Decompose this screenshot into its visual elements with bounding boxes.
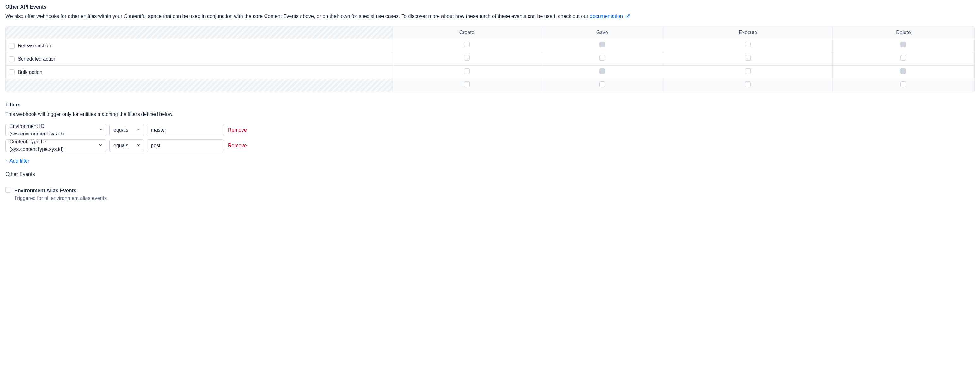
filter-field-select[interactable]: Content Type ID (sys.contentType.sys.id) [5, 139, 107, 152]
column-header-delete: Delete [832, 26, 974, 39]
column-select-checkbox[interactable] [745, 81, 751, 87]
event-checkbox[interactable] [599, 55, 605, 61]
filter-value-input[interactable] [147, 124, 224, 136]
environment-alias-description: Triggered for all environment alias even… [14, 195, 107, 202]
table-cell [832, 53, 974, 66]
event-checkbox[interactable] [464, 42, 470, 47]
event-checkbox[interactable] [900, 55, 906, 61]
event-checkbox[interactable] [745, 42, 751, 47]
column-select-checkbox[interactable] [900, 81, 906, 87]
table-corner-cell [6, 26, 393, 39]
remove-filter-button[interactable]: Remove [228, 142, 247, 149]
table-cell [664, 66, 832, 79]
description-text: We also offer webhooks for other entitie… [5, 14, 590, 19]
table-cell [393, 53, 541, 66]
environment-alias-title: Environment Alias Events [14, 187, 107, 195]
event-checkbox[interactable] [464, 55, 470, 61]
table-footer-cell [541, 79, 664, 92]
table-cell [541, 53, 664, 66]
other-api-events-heading: Other API Events [5, 3, 975, 11]
filter-operator-select[interactable]: equals [109, 139, 144, 152]
filter-value-input[interactable] [147, 139, 224, 152]
svg-line-0 [628, 14, 630, 17]
other-api-events-description: We also offer webhooks for other entitie… [5, 13, 975, 21]
chevron-down-icon [99, 126, 103, 134]
environment-alias-checkbox[interactable] [5, 187, 11, 193]
table-cell [832, 39, 974, 53]
documentation-link[interactable]: documentation [590, 14, 630, 19]
documentation-link-text: documentation [590, 14, 623, 19]
table-cell [393, 39, 541, 53]
column-header-create: Create [393, 26, 541, 39]
table-cell [541, 39, 664, 53]
column-header-execute: Execute [664, 26, 832, 39]
column-select-checkbox[interactable] [464, 81, 470, 87]
event-checkbox[interactable] [464, 68, 470, 74]
chevron-down-icon [99, 142, 103, 149]
remove-filter-button[interactable]: Remove [228, 126, 247, 134]
table-cell [393, 66, 541, 79]
table-cell [832, 66, 974, 79]
table-footer-cell [832, 79, 974, 92]
table-row-label: Release action [6, 39, 393, 53]
column-header-save: Save [541, 26, 664, 39]
event-checkbox[interactable] [745, 68, 751, 74]
external-link-icon [625, 13, 630, 21]
table-footer-cell [393, 79, 541, 92]
table-row-label: Bulk action [6, 66, 393, 79]
filter-row: Environment ID (sys.environment.sys.id)e… [5, 124, 975, 136]
column-select-checkbox[interactable] [599, 81, 605, 87]
row-select-checkbox[interactable] [9, 70, 14, 75]
filter-operator-select[interactable]: equals [109, 124, 144, 136]
chevron-down-icon [136, 142, 140, 149]
table-cell [664, 53, 832, 66]
api-events-table: Create Save Execute Delete Release actio… [5, 26, 975, 92]
filter-row: Content Type ID (sys.contentType.sys.id)… [5, 139, 975, 152]
filter-operator-text: equals [113, 126, 128, 134]
filter-field-select[interactable]: Environment ID (sys.environment.sys.id) [5, 124, 107, 136]
event-checkbox [599, 68, 605, 74]
row-label-text: Bulk action [18, 69, 42, 76]
table-footer-label [6, 79, 393, 92]
row-select-checkbox[interactable] [9, 56, 14, 62]
table-cell [541, 66, 664, 79]
filters-description: This webhook will trigger only for entit… [5, 110, 975, 118]
other-events-heading: Other Events [5, 171, 975, 178]
row-label-text: Release action [18, 42, 51, 49]
row-select-checkbox[interactable] [9, 43, 14, 49]
filters-heading: Filters [5, 101, 975, 109]
filter-field-text: Content Type ID (sys.contentType.sys.id) [10, 138, 95, 153]
table-footer-cell [664, 79, 832, 92]
table-row-label: Scheduled action [6, 53, 393, 66]
filter-field-text: Environment ID (sys.environment.sys.id) [10, 123, 95, 138]
event-checkbox[interactable] [745, 55, 751, 61]
event-checkbox [900, 68, 906, 74]
add-filter-button[interactable]: + Add filter [5, 157, 29, 165]
filter-operator-text: equals [113, 142, 128, 149]
event-checkbox [900, 42, 906, 47]
row-label-text: Scheduled action [18, 55, 57, 63]
chevron-down-icon [136, 126, 140, 134]
event-checkbox [599, 42, 605, 47]
table-cell [664, 39, 832, 53]
